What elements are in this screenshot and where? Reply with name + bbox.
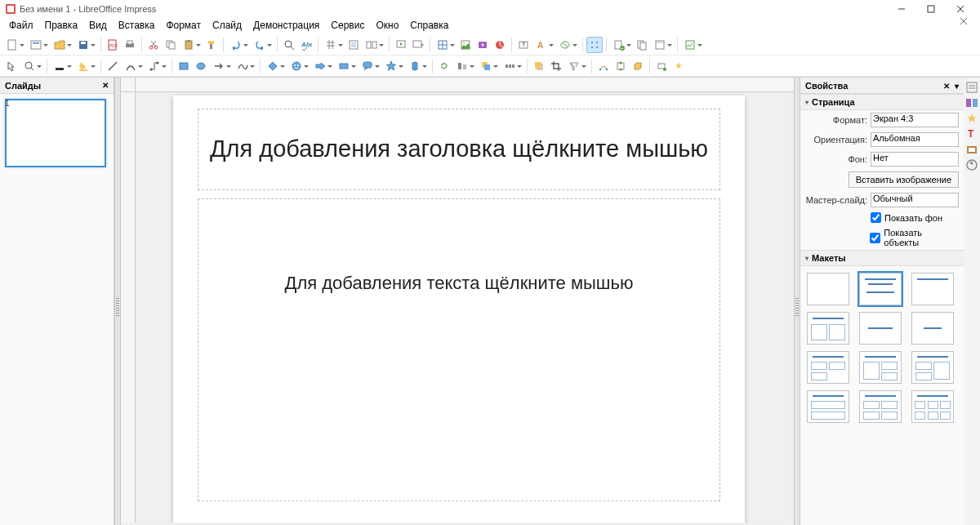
interaction-button[interactable] [653, 58, 670, 74]
insert-image-btn[interactable]: Вставить изображение [849, 171, 959, 188]
line-tool[interactable] [105, 58, 121, 74]
layout-two-content[interactable] [807, 312, 849, 345]
gluepoints-tool[interactable] [612, 58, 629, 74]
rectangle-tool[interactable] [176, 58, 192, 74]
menu-view[interactable]: Вид [83, 18, 113, 34]
menu-tools[interactable]: Сервис [325, 18, 370, 34]
show-objects-checkbox[interactable] [870, 233, 880, 243]
orientation-select[interactable]: Альбомная [871, 132, 959, 147]
layout-6content[interactable] [911, 390, 954, 423]
layout-2x2[interactable] [807, 351, 849, 384]
zoom-tool[interactable] [20, 58, 43, 74]
master-select[interactable]: Обычный [871, 193, 959, 207]
slide-thumbnail-1[interactable]: 1 [5, 99, 106, 167]
slide-properties-button[interactable] [681, 37, 704, 53]
layout-centered[interactable] [911, 312, 954, 345]
display-views-button[interactable] [363, 37, 385, 53]
crop-tool[interactable] [548, 58, 564, 74]
snap-to-grid-button[interactable] [586, 37, 603, 53]
slide-canvas[interactable]: Для добавления заголовка щёлкните мышью … [173, 96, 745, 523]
cut-button[interactable] [145, 37, 162, 53]
slides-panel-close[interactable]: ✕ [102, 81, 109, 90]
horizontal-ruler[interactable] [136, 78, 794, 92]
layout-title-only[interactable] [911, 273, 954, 305]
menu-insert[interactable]: Вставка [113, 18, 161, 34]
minimize-button[interactable] [887, 0, 916, 18]
tab-navigator[interactable] [965, 158, 978, 171]
insert-table-button[interactable] [434, 37, 457, 53]
layout-4content[interactable] [859, 390, 902, 423]
insert-chart-button[interactable] [492, 37, 508, 53]
templates-button[interactable] [27, 37, 50, 53]
layout-2-1[interactable] [911, 351, 954, 384]
menu-format[interactable]: Формат [160, 18, 207, 34]
align-tool[interactable] [453, 58, 476, 74]
star-tool[interactable] [382, 58, 405, 74]
connector-tool[interactable] [145, 58, 168, 74]
title-placeholder[interactable]: Для добавления заголовка щёлкните мышью [198, 109, 720, 190]
open-button[interactable] [51, 37, 74, 53]
block-arrows-tool[interactable] [311, 58, 334, 74]
slides-panel-splitter[interactable] [114, 78, 121, 525]
arrow-tool[interactable] [210, 58, 233, 74]
menu-file[interactable]: Файл [3, 18, 39, 34]
curve-tool[interactable] [122, 58, 145, 74]
callout-tool[interactable] [359, 58, 381, 74]
rotate-tool[interactable] [436, 58, 452, 74]
layout-blank[interactable] [807, 273, 849, 305]
section-page[interactable]: Страница [800, 94, 964, 110]
properties-splitter[interactable] [794, 78, 800, 525]
layout-title-2row[interactable] [807, 390, 849, 423]
copy-button[interactable] [163, 37, 179, 53]
distribute-tool[interactable] [501, 58, 523, 74]
find-button[interactable] [281, 37, 297, 53]
tab-master-slides[interactable]: T [965, 127, 978, 140]
format-select[interactable]: Экран 4:3 [871, 113, 959, 127]
shadow-tool[interactable] [531, 58, 547, 74]
menu-edit[interactable]: Правка [39, 18, 84, 34]
maximize-button[interactable] [916, 0, 946, 18]
insert-image-button[interactable] [457, 37, 474, 53]
export-pdf-button[interactable]: PDF [105, 37, 121, 53]
curve-fill-tool[interactable] [234, 58, 256, 74]
insert-textbox-button[interactable]: T [515, 37, 532, 53]
document-close-button[interactable] [960, 18, 977, 34]
start-current-slide-button[interactable] [410, 37, 426, 53]
arrange-tool[interactable] [477, 58, 500, 74]
new-button[interactable] [3, 37, 26, 53]
new-slide-button[interactable]: + [610, 37, 633, 53]
tab-slide-transition[interactable] [965, 96, 978, 109]
menu-help[interactable]: Справка [404, 18, 454, 34]
close-button[interactable] [946, 0, 975, 18]
paste-button[interactable] [180, 37, 203, 53]
select-tool[interactable] [3, 58, 20, 74]
properties-panel-menu[interactable]: ▾ [955, 82, 959, 91]
properties-panel-close[interactable]: ✕ [943, 82, 950, 91]
vertical-ruler[interactable] [121, 92, 136, 523]
tab-animation[interactable] [965, 112, 978, 125]
basic-shapes-tool[interactable] [264, 58, 287, 74]
save-button[interactable] [74, 37, 97, 53]
animation-button[interactable] [670, 58, 687, 74]
fill-color-button[interactable] [74, 58, 97, 74]
insert-fontwork-button[interactable]: A [532, 37, 555, 53]
ellipse-tool[interactable] [193, 58, 209, 74]
3d-tool[interactable] [406, 58, 429, 74]
filter-tool[interactable] [565, 58, 588, 74]
grid-button[interactable] [322, 37, 345, 53]
show-background-checkbox[interactable] [871, 212, 881, 223]
tab-properties[interactable] [965, 81, 978, 94]
insert-hyperlink-button[interactable] [556, 37, 579, 53]
start-slideshow-button[interactable] [393, 37, 409, 53]
layout-1-2[interactable] [859, 351, 902, 384]
symbol-shapes-tool[interactable] [287, 58, 310, 74]
points-tool[interactable] [595, 58, 612, 74]
spellcheck-button[interactable]: Abc [298, 37, 314, 53]
view-button[interactable] [345, 37, 362, 53]
content-placeholder[interactable]: Для добавления текста щёлкните мышью [198, 198, 720, 501]
line-color-button[interactable] [51, 58, 74, 74]
layout-title-content[interactable] [859, 273, 902, 305]
extrusion-tool[interactable] [630, 58, 646, 74]
menu-slide[interactable]: Слайд [207, 18, 247, 34]
tab-gallery[interactable] [965, 143, 978, 156]
